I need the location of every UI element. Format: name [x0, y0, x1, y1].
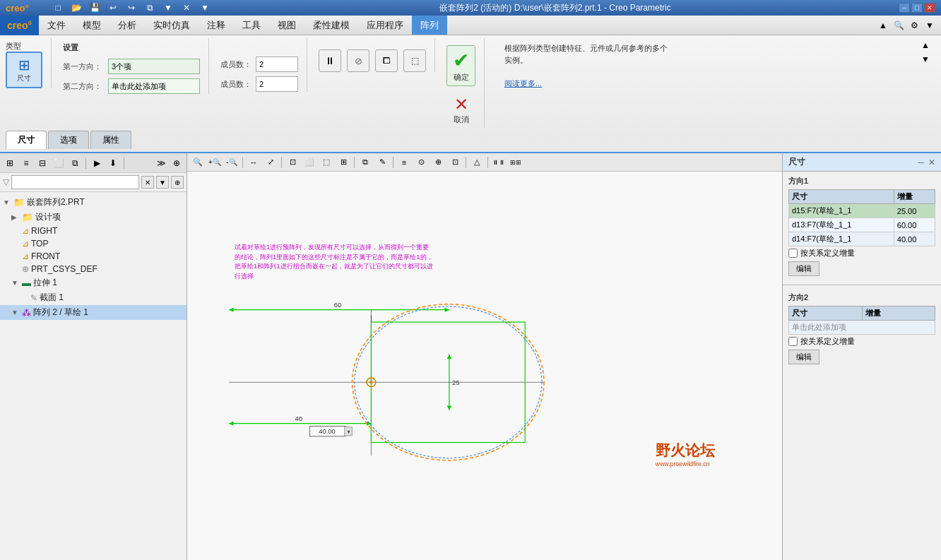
menu-tools[interactable]: 工具: [234, 16, 269, 35]
tree-item-section[interactable]: ▶ ✎ 截面 1: [0, 290, 187, 305]
ct-plane[interactable]: ≡: [396, 155, 412, 169]
ct-shaded[interactable]: ⬜: [302, 155, 317, 169]
menu-model[interactable]: 模型: [74, 16, 110, 35]
toolbar-new[interactable]: □: [51, 1, 65, 15]
ct-pause2[interactable]: ⏸⏸: [491, 155, 507, 169]
menu-apps[interactable]: 应用程序: [358, 16, 412, 35]
maximize-btn[interactable]: □: [911, 3, 923, 13]
toolbar-save[interactable]: 💾: [88, 1, 102, 15]
ct-select[interactable]: ⧉: [357, 155, 373, 169]
menu-flexible[interactable]: 柔性建模: [304, 16, 358, 35]
ribbon-scroll-up[interactable]: ▲: [918, 38, 933, 52]
ct-sep2: [281, 157, 282, 168]
tree-item-top[interactable]: ▶ ⊿ TOP: [0, 237, 187, 250]
expand-icon-root[interactable]: ▼: [3, 198, 11, 206]
pause-btn[interactable]: ⏸: [319, 49, 341, 72]
lp-icon-arrow[interactable]: ▶: [90, 156, 104, 170]
ct-sketch[interactable]: ✎: [374, 155, 390, 169]
menu-simulation[interactable]: 实时仿真: [145, 16, 199, 35]
rp-edit-btn1[interactable]: 编辑: [788, 261, 819, 276]
dir2-input[interactable]: [108, 78, 200, 94]
toolbar-misc1[interactable]: ⧉: [143, 1, 157, 15]
lp-icon-layers[interactable]: ⧉: [68, 156, 82, 170]
toolbar-chevron[interactable]: ▼: [198, 1, 212, 15]
tree-item-right[interactable]: ▶ ⊿ RIGHT: [0, 225, 187, 237]
expand-icon-array[interactable]: ▼: [11, 309, 20, 316]
nav-up[interactable]: ▲: [876, 18, 890, 32]
nav-search[interactable]: 🔍: [892, 18, 906, 32]
ct-edges[interactable]: ⊞: [336, 155, 351, 169]
members-input1[interactable]: [256, 56, 298, 72]
menu-view[interactable]: 视图: [269, 16, 304, 35]
ct-rotate[interactable]: ⤢: [263, 155, 278, 169]
stop-btn[interactable]: ⊘: [347, 49, 369, 72]
lp-icon-box[interactable]: ⬜: [52, 156, 66, 170]
tree-item-front[interactable]: ▶ ⊿ FRONT: [0, 250, 187, 263]
toolbar-misc2[interactable]: ▼: [161, 1, 175, 15]
rp-dir2-add-row[interactable]: 单击此处添加项: [789, 321, 935, 335]
window-controls[interactable]: ─ □ ✕: [899, 3, 935, 13]
tab-properties[interactable]: 属性: [90, 131, 131, 149]
ct-zoom-fit[interactable]: -🔍: [224, 155, 239, 169]
lp-icon-grid[interactable]: ⊞: [3, 156, 17, 170]
lp-icon-list2[interactable]: ⊟: [35, 156, 49, 170]
expand-icon-design[interactable]: ▶: [11, 213, 20, 221]
filter-add-btn[interactable]: ⊕: [171, 176, 184, 189]
ok-btn[interactable]: ✔ 确定: [446, 45, 475, 86]
ct-pan[interactable]: ↔: [246, 155, 261, 169]
rp-close-btn[interactable]: ✕: [928, 157, 935, 167]
rp-col-incr: 增量: [894, 190, 935, 204]
members-input2[interactable]: [256, 76, 298, 92]
tab-options[interactable]: 选项: [48, 131, 89, 149]
ct-csys[interactable]: ⊡: [447, 155, 463, 169]
tree-item-prt-csys[interactable]: ▶ ⊕ PRT_CSYS_DEF: [0, 263, 187, 275]
filter-input[interactable]: [11, 175, 139, 189]
ct-hidden[interactable]: ⬚: [319, 155, 334, 169]
type-dimension-btn[interactable]: ⊞ 尺寸: [6, 52, 42, 88]
tree-item-extrude[interactable]: ▼ ▬ 拉伸 1: [0, 275, 187, 290]
preview-btn2[interactable]: ⬚: [403, 49, 426, 72]
ribbon-scroll-down[interactable]: ▼: [918, 52, 933, 66]
tree-item-root[interactable]: ▼ 📁 嵌套阵列2.PRT: [0, 195, 187, 210]
toolbar-undo[interactable]: ↩: [106, 1, 120, 15]
ct-axis[interactable]: ⊙: [413, 155, 429, 169]
cancel-btn[interactable]: ✕ 取消: [448, 92, 475, 128]
toolbar-open[interactable]: 📂: [69, 1, 83, 15]
toolbar-close[interactable]: ✕: [179, 1, 194, 15]
menu-annotation[interactable]: 注释: [199, 16, 234, 35]
rp-dir1-row-2[interactable]: d14:F7(草绘_1_1 40.00: [789, 232, 935, 246]
preview-btn1[interactable]: ⧠: [375, 49, 398, 72]
rp-dir1-row-0[interactable]: d15:F7(草绘_1_1 25.00: [789, 204, 935, 218]
close-btn[interactable]: ✕: [924, 3, 935, 13]
expand-icon-extrude[interactable]: ▼: [11, 279, 20, 287]
nav-settings[interactable]: ⚙: [907, 18, 921, 32]
filter-dropdown-btn[interactable]: ▼: [156, 176, 169, 189]
menu-array[interactable]: 阵列: [412, 16, 447, 35]
lp-icon-list1[interactable]: ≡: [19, 156, 33, 170]
ct-triangle[interactable]: △: [469, 155, 485, 169]
rp-minimize-btn[interactable]: ─: [918, 157, 924, 167]
ct-point[interactable]: ⊕: [430, 155, 446, 169]
tree-item-array[interactable]: ▼ ⁂ 阵列 2 / 草绘 1: [0, 305, 187, 320]
rp-checkbox1[interactable]: [788, 249, 798, 258]
ct-wireframe[interactable]: ⊡: [285, 155, 300, 169]
rp-checkbox2[interactable]: [788, 337, 798, 346]
dir1-input[interactable]: [108, 59, 200, 74]
filter-clear-btn[interactable]: ✕: [141, 176, 154, 189]
toolbar-redo[interactable]: ↪: [124, 1, 138, 15]
rp-dir1-row-1[interactable]: d13:F7(草绘_1_1 60.00: [789, 218, 935, 232]
lp-icon-expand[interactable]: ≫: [154, 156, 168, 170]
ct-grid[interactable]: ⊞⊞: [508, 155, 523, 169]
nav-down[interactable]: ▼: [923, 18, 937, 32]
lp-icon-down[interactable]: ⬇: [106, 156, 120, 170]
minimize-btn[interactable]: ─: [899, 3, 910, 13]
help-link[interactable]: 阅读更多...: [504, 79, 542, 88]
menu-file[interactable]: 文件: [39, 16, 74, 35]
lp-icon-add[interactable]: ⊕: [170, 156, 184, 170]
ct-zoom-in[interactable]: +🔍: [207, 155, 223, 169]
tree-item-design[interactable]: ▶ 📁 设计项: [0, 210, 187, 225]
menu-analysis[interactable]: 分析: [110, 16, 145, 35]
tab-dimension[interactable]: 尺寸: [6, 131, 47, 149]
rp-edit-btn2[interactable]: 编辑: [788, 350, 819, 364]
ct-zoom-out[interactable]: 🔍: [190, 155, 206, 169]
